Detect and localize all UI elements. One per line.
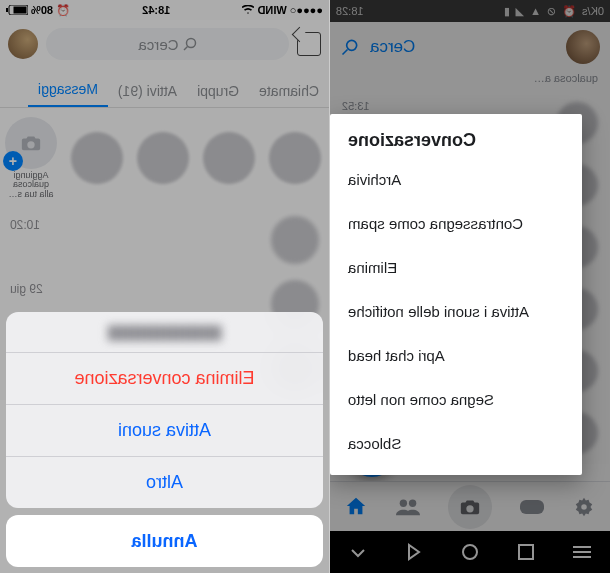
menu-sounds[interactable]: Attiva i suoni delle notifiche — [348, 289, 564, 333]
action-sheet: ████████████ Elimina conversazione Attiv… — [6, 312, 323, 567]
menu-unread[interactable]: Segna come non letto — [348, 377, 564, 421]
android-screenshot: 0K/s ⏰ ⊘ ▲ ◢ ▮ 18:28 Cerca qualcosa a… 1… — [330, 0, 610, 573]
sheet-header: ████████████ — [6, 312, 323, 352]
context-menu: Conversazione Archivia Contrassegna come… — [330, 114, 582, 475]
sheet-item-delete[interactable]: Elimina conversazione — [6, 352, 323, 404]
menu-unblock[interactable]: Sblocca — [348, 421, 564, 465]
sheet-cancel[interactable]: Annulla — [6, 515, 323, 567]
menu-chathead[interactable]: Apri chat head — [348, 333, 564, 377]
menu-archive[interactable]: Archivia — [348, 157, 564, 201]
ios-screenshot: ●●●●○ WIND 18:42 ⏰ 80% Cerca — [0, 0, 330, 573]
sheet-item-more[interactable]: Altro — [6, 456, 323, 508]
dialog-title: Conversazione — [348, 130, 564, 151]
sheet-item-sounds[interactable]: Attiva suoni — [6, 404, 323, 456]
menu-spam[interactable]: Contrassegna come spam — [348, 201, 564, 245]
menu-delete[interactable]: Elimina — [348, 245, 564, 289]
